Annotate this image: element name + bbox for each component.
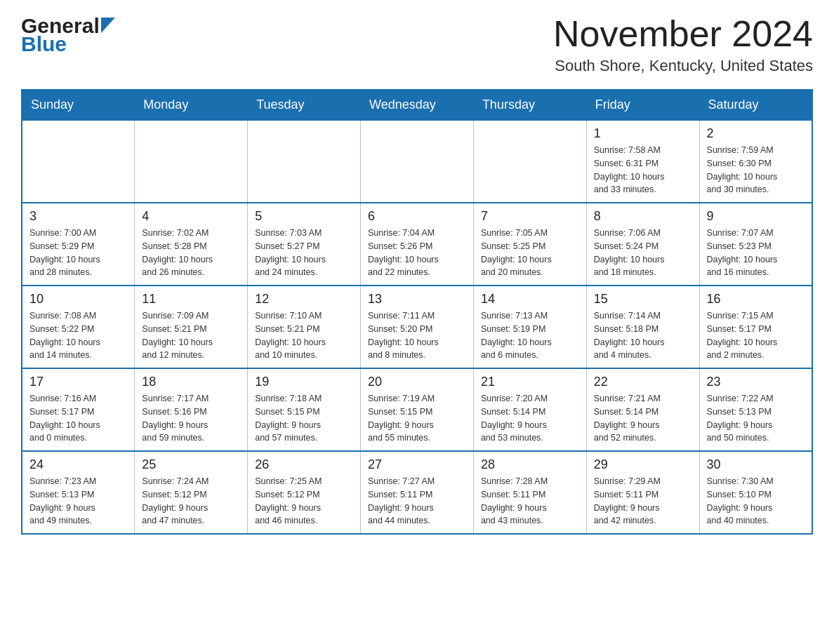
week-row-5: 24Sunrise: 7:23 AM Sunset: 5:13 PM Dayli… xyxy=(22,451,812,534)
day-info: Sunrise: 7:11 AM Sunset: 5:20 PM Dayligh… xyxy=(368,309,466,362)
day-number: 6 xyxy=(368,209,466,224)
day-info: Sunrise: 7:21 AM Sunset: 5:14 PM Dayligh… xyxy=(594,392,692,445)
day-info: Sunrise: 7:03 AM Sunset: 5:27 PM Dayligh… xyxy=(255,227,353,279)
day-info: Sunrise: 7:25 AM Sunset: 5:12 PM Dayligh… xyxy=(255,475,353,528)
day-info: Sunrise: 7:13 AM Sunset: 5:19 PM Dayligh… xyxy=(481,309,579,362)
weekday-header-row: SundayMondayTuesdayWednesdayThursdayFrid… xyxy=(22,90,812,120)
day-info: Sunrise: 7:15 AM Sunset: 5:17 PM Dayligh… xyxy=(707,309,805,362)
day-number: 8 xyxy=(594,209,692,224)
day-info: Sunrise: 7:14 AM Sunset: 5:18 PM Dayligh… xyxy=(594,309,692,362)
day-number: 2 xyxy=(707,126,805,141)
day-number: 7 xyxy=(481,209,579,224)
month-title: November 2024 xyxy=(553,14,813,54)
day-number: 25 xyxy=(142,457,240,472)
week-row-4: 17Sunrise: 7:16 AM Sunset: 5:17 PM Dayli… xyxy=(22,368,812,451)
calendar-cell: 21Sunrise: 7:20 AM Sunset: 5:14 PM Dayli… xyxy=(473,368,586,451)
calendar-cell: 5Sunrise: 7:03 AM Sunset: 5:27 PM Daylig… xyxy=(248,203,361,286)
calendar-cell xyxy=(135,120,248,203)
calendar-cell: 15Sunrise: 7:14 AM Sunset: 5:18 PM Dayli… xyxy=(586,286,699,368)
weekday-header-wednesday: Wednesday xyxy=(361,90,474,120)
calendar-cell: 30Sunrise: 7:30 AM Sunset: 5:10 PM Dayli… xyxy=(699,451,812,534)
week-row-2: 3Sunrise: 7:00 AM Sunset: 5:29 PM Daylig… xyxy=(22,203,812,286)
weekday-header-saturday: Saturday xyxy=(699,90,812,120)
day-number: 24 xyxy=(29,457,127,472)
day-number: 11 xyxy=(142,292,240,307)
calendar-cell xyxy=(22,120,135,203)
calendar-cell: 1Sunrise: 7:58 AM Sunset: 6:31 PM Daylig… xyxy=(586,120,699,203)
day-number: 9 xyxy=(707,209,805,224)
logo-arrow-icon xyxy=(101,18,115,33)
calendar-cell: 12Sunrise: 7:10 AM Sunset: 5:21 PM Dayli… xyxy=(248,286,361,368)
calendar-cell: 4Sunrise: 7:02 AM Sunset: 5:28 PM Daylig… xyxy=(135,203,248,286)
day-number: 5 xyxy=(255,209,353,224)
calendar-cell: 18Sunrise: 7:17 AM Sunset: 5:16 PM Dayli… xyxy=(135,368,248,451)
day-number: 16 xyxy=(707,292,805,307)
weekday-header-monday: Monday xyxy=(135,90,248,120)
day-number: 19 xyxy=(255,375,353,389)
logo-blue-text: Blue xyxy=(21,32,67,56)
svg-marker-0 xyxy=(101,18,115,33)
day-info: Sunrise: 7:06 AM Sunset: 5:24 PM Dayligh… xyxy=(594,227,692,279)
day-info: Sunrise: 7:30 AM Sunset: 5:10 PM Dayligh… xyxy=(707,475,805,528)
calendar-cell: 3Sunrise: 7:00 AM Sunset: 5:29 PM Daylig… xyxy=(22,203,135,286)
calendar-cell: 16Sunrise: 7:15 AM Sunset: 5:17 PM Dayli… xyxy=(699,286,812,368)
day-info: Sunrise: 7:00 AM Sunset: 5:29 PM Dayligh… xyxy=(29,227,127,279)
day-number: 14 xyxy=(481,292,579,307)
calendar-cell: 7Sunrise: 7:05 AM Sunset: 5:25 PM Daylig… xyxy=(473,203,586,286)
calendar-cell: 14Sunrise: 7:13 AM Sunset: 5:19 PM Dayli… xyxy=(473,286,586,368)
calendar-cell: 23Sunrise: 7:22 AM Sunset: 5:13 PM Dayli… xyxy=(699,368,812,451)
calendar-cell: 19Sunrise: 7:18 AM Sunset: 5:15 PM Dayli… xyxy=(248,368,361,451)
calendar-cell: 13Sunrise: 7:11 AM Sunset: 5:20 PM Dayli… xyxy=(361,286,474,368)
day-info: Sunrise: 7:10 AM Sunset: 5:21 PM Dayligh… xyxy=(255,309,353,362)
day-info: Sunrise: 7:29 AM Sunset: 5:11 PM Dayligh… xyxy=(594,475,692,528)
calendar-cell: 2Sunrise: 7:59 AM Sunset: 6:30 PM Daylig… xyxy=(699,120,812,203)
location-title: South Shore, Kentucky, United States xyxy=(553,57,813,75)
week-row-3: 10Sunrise: 7:08 AM Sunset: 5:22 PM Dayli… xyxy=(22,286,812,368)
day-info: Sunrise: 7:22 AM Sunset: 5:13 PM Dayligh… xyxy=(707,392,805,445)
day-info: Sunrise: 7:05 AM Sunset: 5:25 PM Dayligh… xyxy=(481,227,579,279)
calendar-cell: 24Sunrise: 7:23 AM Sunset: 5:13 PM Dayli… xyxy=(22,451,135,534)
day-number: 22 xyxy=(594,375,692,389)
calendar-cell: 29Sunrise: 7:29 AM Sunset: 5:11 PM Dayli… xyxy=(586,451,699,534)
page-header: General Blue November 2024 South Shore, … xyxy=(21,14,813,75)
calendar-cell: 10Sunrise: 7:08 AM Sunset: 5:22 PM Dayli… xyxy=(22,286,135,368)
calendar-cell: 6Sunrise: 7:04 AM Sunset: 5:26 PM Daylig… xyxy=(361,203,474,286)
calendar-cell: 9Sunrise: 7:07 AM Sunset: 5:23 PM Daylig… xyxy=(699,203,812,286)
calendar-cell: 11Sunrise: 7:09 AM Sunset: 5:21 PM Dayli… xyxy=(135,286,248,368)
day-info: Sunrise: 7:23 AM Sunset: 5:13 PM Dayligh… xyxy=(29,475,127,528)
weekday-header-thursday: Thursday xyxy=(473,90,586,120)
day-number: 13 xyxy=(368,292,466,307)
day-info: Sunrise: 7:07 AM Sunset: 5:23 PM Dayligh… xyxy=(707,227,805,279)
day-info: Sunrise: 7:19 AM Sunset: 5:15 PM Dayligh… xyxy=(368,392,466,445)
day-info: Sunrise: 7:27 AM Sunset: 5:11 PM Dayligh… xyxy=(368,475,466,528)
day-info: Sunrise: 7:59 AM Sunset: 6:30 PM Dayligh… xyxy=(707,144,805,196)
day-number: 29 xyxy=(594,457,692,472)
day-number: 12 xyxy=(255,292,353,307)
day-number: 28 xyxy=(481,457,579,472)
calendar-cell xyxy=(248,120,361,203)
day-info: Sunrise: 7:18 AM Sunset: 5:15 PM Dayligh… xyxy=(255,392,353,445)
calendar-cell xyxy=(473,120,586,203)
day-number: 17 xyxy=(29,375,127,389)
day-number: 23 xyxy=(707,375,805,389)
logo: General Blue xyxy=(21,14,115,56)
day-number: 15 xyxy=(594,292,692,307)
day-info: Sunrise: 7:08 AM Sunset: 5:22 PM Dayligh… xyxy=(29,309,127,362)
day-number: 27 xyxy=(368,457,466,472)
calendar-cell: 27Sunrise: 7:27 AM Sunset: 5:11 PM Dayli… xyxy=(361,451,474,534)
calendar-cell: 25Sunrise: 7:24 AM Sunset: 5:12 PM Dayli… xyxy=(135,451,248,534)
day-info: Sunrise: 7:17 AM Sunset: 5:16 PM Dayligh… xyxy=(142,392,240,445)
day-number: 30 xyxy=(707,457,805,472)
calendar-cell: 17Sunrise: 7:16 AM Sunset: 5:17 PM Dayli… xyxy=(22,368,135,451)
day-info: Sunrise: 7:09 AM Sunset: 5:21 PM Dayligh… xyxy=(142,309,240,362)
day-number: 4 xyxy=(142,209,240,224)
calendar-table: SundayMondayTuesdayWednesdayThursdayFrid… xyxy=(21,89,813,535)
day-info: Sunrise: 7:28 AM Sunset: 5:11 PM Dayligh… xyxy=(481,475,579,528)
day-number: 20 xyxy=(368,375,466,389)
calendar-cell: 26Sunrise: 7:25 AM Sunset: 5:12 PM Dayli… xyxy=(248,451,361,534)
day-number: 1 xyxy=(594,126,692,141)
title-area: November 2024 South Shore, Kentucky, Uni… xyxy=(553,14,813,75)
weekday-header-tuesday: Tuesday xyxy=(248,90,361,120)
day-info: Sunrise: 7:58 AM Sunset: 6:31 PM Dayligh… xyxy=(594,144,692,196)
day-number: 3 xyxy=(29,209,127,224)
